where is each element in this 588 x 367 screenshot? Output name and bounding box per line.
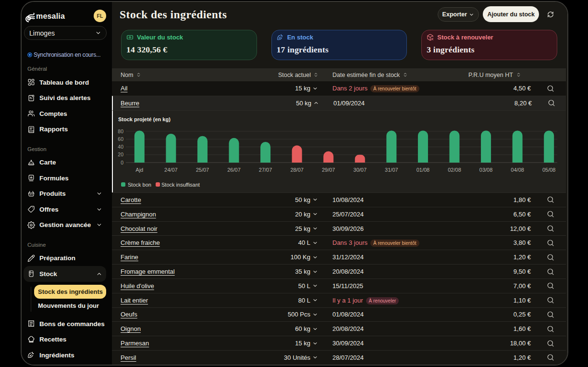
svg-text:25/07: 25/07 bbox=[196, 167, 209, 173]
svg-text:80: 80 bbox=[118, 128, 123, 134]
svg-text:30/07: 30/07 bbox=[354, 167, 367, 173]
svg-text:Stock projeté (en kg): Stock projeté (en kg) bbox=[118, 116, 171, 122]
svg-text:31/07: 31/07 bbox=[385, 167, 398, 173]
svg-text:Stock insuffisant: Stock insuffisant bbox=[161, 181, 200, 187]
svg-text:05/08: 05/08 bbox=[542, 167, 556, 173]
svg-text:27/07: 27/07 bbox=[259, 167, 272, 173]
svg-text:01/08: 01/08 bbox=[416, 167, 430, 173]
svg-text:Stock bon: Stock bon bbox=[128, 181, 151, 187]
svg-text:0: 0 bbox=[121, 159, 123, 165]
svg-text:24/07: 24/07 bbox=[164, 167, 178, 173]
svg-text:03/08: 03/08 bbox=[479, 167, 493, 173]
svg-text:26/07: 26/07 bbox=[227, 167, 241, 173]
svg-text:04/08: 04/08 bbox=[511, 167, 524, 173]
svg-text:28/07: 28/07 bbox=[290, 167, 304, 173]
svg-text:Ajd: Ajd bbox=[135, 167, 143, 173]
svg-text:29/07: 29/07 bbox=[322, 167, 335, 173]
svg-text:40: 40 bbox=[118, 144, 123, 150]
svg-text:02/08: 02/08 bbox=[448, 167, 461, 173]
svg-text:20: 20 bbox=[118, 152, 123, 157]
svg-text:60: 60 bbox=[118, 136, 123, 141]
